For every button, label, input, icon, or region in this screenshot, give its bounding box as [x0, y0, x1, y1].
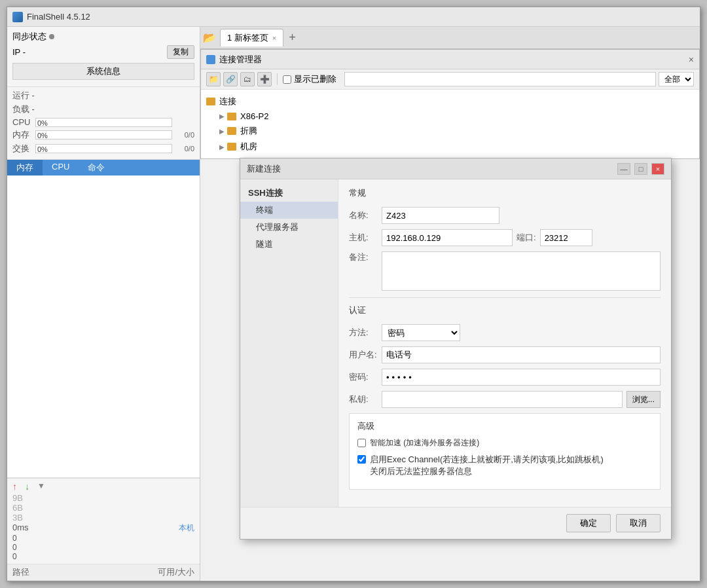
ip-label: IP - — [12, 47, 26, 57]
load-label: 负载 - — [12, 103, 35, 115]
method-form-group: 方法: 密码 密钥 无 — [349, 324, 661, 341]
port-input[interactable] — [540, 229, 592, 246]
disk-section: 路径 可用/大小 — [7, 564, 200, 581]
cpu-label: CPU — [12, 117, 35, 127]
load-row: 负载 - — [12, 103, 194, 115]
deleted-checkbox: 显示已删除 — [283, 73, 336, 85]
dialog-close-button[interactable]: × — [651, 163, 664, 175]
remark-label: 备注: — [349, 251, 382, 263]
auth-method-select[interactable]: 密码 密钥 无 — [382, 324, 460, 341]
dialog-minimize-button[interactable]: — — [617, 163, 630, 175]
tab-memory[interactable]: 内存 — [7, 160, 43, 175]
toolbar-new-folder-btn[interactable]: 📁 — [206, 72, 221, 86]
dialog-win-buttons: — □ × — [617, 163, 664, 175]
name-form-group: 名称: — [349, 207, 661, 224]
chevron-icon-zheteng: ▶ — [219, 128, 225, 135]
name-input[interactable] — [382, 207, 499, 224]
tab-new-page[interactable]: 1 新标签页 × — [220, 29, 283, 46]
conn-manager-close-icon[interactable]: × — [689, 54, 694, 65]
net-count3: 0 — [12, 552, 194, 561]
tab-command[interactable]: 命令 — [79, 160, 114, 175]
app-title: FinalShell 4.5.12 — [27, 12, 90, 22]
folder-label-zheteng: 折腾 — [240, 125, 257, 137]
username-input[interactable] — [382, 346, 661, 363]
confirm-button[interactable]: 确定 — [566, 514, 611, 532]
network-section: ↑ ↓ ▼ 9B 6B 3B 0ms 本机 0 0 0 — [7, 478, 200, 564]
left-header: 同步状态 IP - 复制 系统信息 — [7, 27, 200, 87]
private-key-input[interactable] — [382, 391, 623, 408]
chevron-icon-x86p2: ▶ — [219, 113, 225, 120]
mem-row: 内存 0% 0/0 — [12, 129, 194, 141]
sys-info-button[interactable]: 系统信息 — [12, 63, 194, 80]
show-deleted-checkbox[interactable] — [283, 75, 291, 84]
search-input[interactable] — [344, 72, 656, 86]
right-panel: 📂 1 新标签页 × + 连接管理器 × 📁 — [200, 27, 700, 581]
password-form-group: 密码: — [349, 369, 661, 386]
tab-bar: 📂 1 新标签页 × + — [200, 27, 700, 49]
exec-channel-checkbox[interactable] — [357, 455, 366, 464]
username-form-group: 用户名: — [349, 346, 661, 363]
password-input[interactable] — [382, 369, 661, 386]
disk-col-size: 可用/大小 — [142, 566, 194, 578]
sync-dot — [49, 34, 54, 39]
auth-section-title: 认证 — [349, 304, 661, 319]
exec-channel-label: 启用Exec Channel(若连接上就被断开,请关闭该项,比如跳板机) 关闭后… — [370, 454, 604, 477]
conn-manager-header: 连接管理器 × — [201, 50, 699, 69]
scale-labels: 9B 6B 3B — [12, 493, 194, 523]
dialog-footer: 确定 取消 — [240, 507, 671, 539]
show-deleted-label: 显示已删除 — [294, 73, 336, 85]
dialog-title-bar: 新建连接 — □ × — [240, 158, 671, 179]
tree-folder-zheteng[interactable]: ▶ 折腾 — [206, 123, 694, 139]
swap-right: 0/0 — [175, 145, 194, 153]
chevron-icon-jifang: ▶ — [219, 143, 225, 151]
swap-label: 交换 — [12, 143, 35, 155]
stats-section: 运行 - 负载 - CPU 0% 内存 — [7, 87, 200, 160]
latency-row: 0ms 本机 — [12, 523, 194, 534]
conn-manager-title-text: 连接管理器 — [219, 54, 262, 65]
remark-input[interactable] — [382, 251, 661, 291]
tab-label: 1 新标签页 — [227, 32, 268, 44]
tree-folder-jifang[interactable]: ▶ 机房 — [206, 139, 694, 155]
host-input[interactable] — [382, 229, 513, 246]
swap-bar: 0% — [35, 144, 172, 153]
smart-accel-checkbox[interactable] — [357, 439, 366, 447]
toolbar-connect-btn[interactable]: 🔗 — [223, 72, 238, 86]
advanced-section: 高级 智能加速 (加速海外服务器连接) 启用Exec Channel(若连接上就… — [349, 413, 661, 490]
smart-accel-label: 智能加速 (加速海外服务器连接) — [370, 437, 479, 449]
swap-value: 0% — [37, 145, 48, 154]
toolbar-add-btn[interactable]: ➕ — [257, 72, 272, 86]
advanced-title: 高级 — [357, 420, 652, 432]
tab-close-icon[interactable]: × — [272, 34, 276, 42]
toolbar-file-btn[interactable]: 🗂 — [240, 72, 255, 86]
host-label: 主机: — [349, 232, 382, 244]
chart-area — [7, 175, 200, 478]
name-label: 名称: — [349, 210, 382, 221]
scale-6b: 6B — [12, 503, 194, 513]
left-panel: 同步状态 IP - 复制 系统信息 运行 - 负载 - — [7, 27, 200, 581]
app-icon — [12, 12, 23, 22]
conn-manager-title: 连接管理器 — [206, 54, 262, 65]
dialog-maximize-button[interactable]: □ — [634, 163, 647, 175]
port-label: 端口: — [517, 232, 536, 244]
net-arrows-row: ↑ ↓ ▼ — [12, 481, 194, 492]
nav-item-tunnel[interactable]: 隧道 — [240, 236, 338, 253]
nav-item-terminal[interactable]: 终端 — [240, 202, 338, 219]
net-count2: 0 — [12, 543, 194, 552]
browse-button[interactable]: 浏览... — [626, 391, 661, 408]
dropdown-arrow-icon[interactable]: ▼ — [37, 481, 45, 492]
tab-add-button[interactable]: + — [285, 31, 300, 45]
conn-toolbar: 📁 🔗 🗂 ➕ 显示已删除 全部 — [201, 69, 699, 90]
cancel-button[interactable]: 取消 — [616, 514, 661, 532]
form-divider-1 — [349, 297, 661, 298]
disk-header: 路径 可用/大小 — [7, 564, 200, 581]
scale-3b: 3B — [12, 513, 194, 523]
copy-button[interactable]: 复制 — [167, 45, 194, 59]
tree-folder-x86p2[interactable]: ▶ X86-P2 — [206, 109, 694, 123]
folder-label-x86p2: X86-P2 — [240, 111, 268, 121]
tab-cpu[interactable]: CPU — [43, 160, 79, 175]
nav-section-ssh: SSH连接 — [240, 185, 338, 202]
filter-select[interactable]: 全部 — [659, 72, 694, 86]
scale-9b: 9B — [12, 493, 194, 503]
run-label: 运行 - — [12, 90, 35, 101]
nav-item-proxy[interactable]: 代理服务器 — [240, 219, 338, 236]
